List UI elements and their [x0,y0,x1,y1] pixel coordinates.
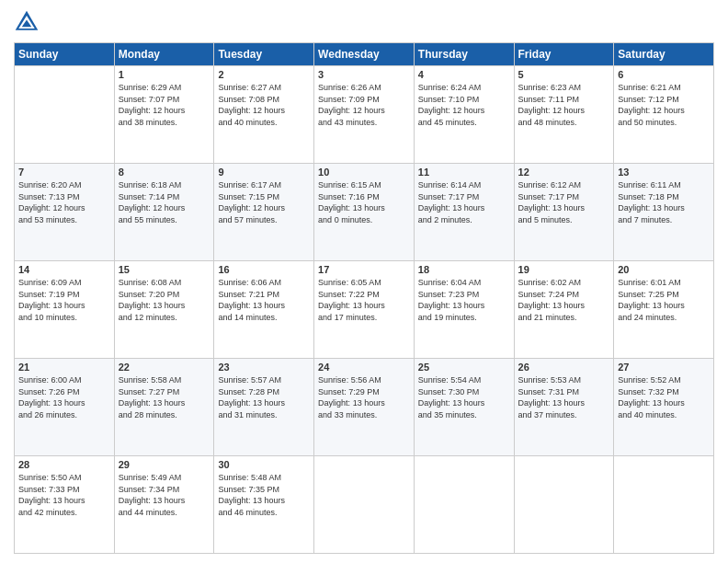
day-info: Sunrise: 6:11 AM Sunset: 7:18 PM Dayligh… [618,179,710,225]
day-info: Sunrise: 6:27 AM Sunset: 7:08 PM Dayligh… [218,82,310,128]
week-row-1: 1Sunrise: 6:29 AM Sunset: 7:07 PM Daylig… [15,66,714,164]
day-number: 21 [18,362,110,373]
day-number: 30 [218,459,310,470]
day-number: 28 [18,459,110,470]
day-info: Sunrise: 5:57 AM Sunset: 7:28 PM Dayligh… [218,374,310,420]
day-info: Sunrise: 6:21 AM Sunset: 7:12 PM Dayligh… [618,82,710,128]
calendar-cell: 8Sunrise: 6:18 AM Sunset: 7:14 PM Daylig… [114,164,214,261]
calendar-cell [614,456,714,554]
day-info: Sunrise: 6:04 AM Sunset: 7:23 PM Dayligh… [418,277,510,323]
calendar-cell: 9Sunrise: 6:17 AM Sunset: 7:15 PM Daylig… [214,164,314,261]
day-number: 7 [18,167,110,178]
week-row-5: 28Sunrise: 5:50 AM Sunset: 7:33 PM Dayli… [15,456,714,554]
weekday-header-thursday: Thursday [414,43,514,66]
calendar-cell: 5Sunrise: 6:23 AM Sunset: 7:11 PM Daylig… [514,66,614,164]
calendar-cell: 1Sunrise: 6:29 AM Sunset: 7:07 PM Daylig… [114,66,214,164]
day-number: 12 [518,167,610,178]
day-number: 17 [318,264,410,275]
day-number: 10 [318,167,410,178]
day-number: 22 [119,362,210,373]
weekday-header-row: SundayMondayTuesdayWednesdayThursdayFrid… [15,43,714,66]
week-row-4: 21Sunrise: 6:00 AM Sunset: 7:26 PM Dayli… [15,359,714,456]
calendar-cell: 4Sunrise: 6:24 AM Sunset: 7:10 PM Daylig… [414,66,514,164]
day-number: 9 [218,167,310,178]
day-info: Sunrise: 6:02 AM Sunset: 7:24 PM Dayligh… [518,277,610,323]
day-info: Sunrise: 6:26 AM Sunset: 7:09 PM Dayligh… [318,82,410,128]
day-info: Sunrise: 6:09 AM Sunset: 7:19 PM Dayligh… [18,277,110,323]
day-info: Sunrise: 6:12 AM Sunset: 7:17 PM Dayligh… [518,179,610,225]
day-number: 6 [618,69,710,80]
calendar-cell: 6Sunrise: 6:21 AM Sunset: 7:12 PM Daylig… [614,66,714,164]
day-info: Sunrise: 5:56 AM Sunset: 7:29 PM Dayligh… [318,374,410,420]
calendar-cell: 25Sunrise: 5:54 AM Sunset: 7:30 PM Dayli… [414,359,514,456]
day-number: 16 [218,264,310,275]
day-number: 2 [218,69,310,80]
day-number: 13 [618,167,710,178]
calendar-cell: 17Sunrise: 6:05 AM Sunset: 7:22 PM Dayli… [314,261,415,359]
day-info: Sunrise: 6:18 AM Sunset: 7:14 PM Dayligh… [119,179,210,225]
day-info: Sunrise: 6:15 AM Sunset: 7:16 PM Dayligh… [318,179,410,225]
logo [14,9,43,35]
weekday-header-saturday: Saturday [614,43,714,66]
day-info: Sunrise: 5:58 AM Sunset: 7:27 PM Dayligh… [119,374,210,420]
logo-icon [14,9,40,35]
day-number: 3 [318,69,410,80]
calendar-cell: 2Sunrise: 6:27 AM Sunset: 7:08 PM Daylig… [214,66,314,164]
day-info: Sunrise: 6:29 AM Sunset: 7:07 PM Dayligh… [119,82,210,128]
day-number: 4 [418,69,510,80]
day-info: Sunrise: 5:52 AM Sunset: 7:32 PM Dayligh… [618,374,710,420]
day-number: 18 [418,264,510,275]
day-info: Sunrise: 6:01 AM Sunset: 7:25 PM Dayligh… [618,277,710,323]
day-info: Sunrise: 5:49 AM Sunset: 7:34 PM Dayligh… [119,472,210,518]
calendar-cell: 27Sunrise: 5:52 AM Sunset: 7:32 PM Dayli… [614,359,714,456]
day-number: 20 [618,264,710,275]
calendar-cell: 3Sunrise: 6:26 AM Sunset: 7:09 PM Daylig… [314,66,415,164]
calendar-cell [514,456,614,554]
day-info: Sunrise: 6:06 AM Sunset: 7:21 PM Dayligh… [218,277,310,323]
day-info: Sunrise: 6:08 AM Sunset: 7:20 PM Dayligh… [119,277,210,323]
calendar-cell: 12Sunrise: 6:12 AM Sunset: 7:17 PM Dayli… [514,164,614,261]
day-number: 26 [518,362,610,373]
calendar-cell: 16Sunrise: 6:06 AM Sunset: 7:21 PM Dayli… [214,261,314,359]
calendar-cell: 15Sunrise: 6:08 AM Sunset: 7:20 PM Dayli… [114,261,214,359]
calendar-cell: 26Sunrise: 5:53 AM Sunset: 7:31 PM Dayli… [514,359,614,456]
weekday-header-friday: Friday [514,43,614,66]
calendar-cell: 18Sunrise: 6:04 AM Sunset: 7:23 PM Dayli… [414,261,514,359]
calendar-cell: 19Sunrise: 6:02 AM Sunset: 7:24 PM Dayli… [514,261,614,359]
weekday-header-sunday: Sunday [15,43,115,66]
day-number: 19 [518,264,610,275]
day-info: Sunrise: 6:17 AM Sunset: 7:15 PM Dayligh… [218,179,310,225]
day-info: Sunrise: 6:00 AM Sunset: 7:26 PM Dayligh… [18,374,110,420]
day-number: 14 [18,264,110,275]
calendar-cell: 13Sunrise: 6:11 AM Sunset: 7:18 PM Dayli… [614,164,714,261]
calendar-cell: 14Sunrise: 6:09 AM Sunset: 7:19 PM Dayli… [15,261,115,359]
day-number: 27 [618,362,710,373]
header [14,9,714,35]
calendar-cell: 7Sunrise: 6:20 AM Sunset: 7:13 PM Daylig… [15,164,115,261]
weekday-header-tuesday: Tuesday [214,43,314,66]
day-number: 11 [418,167,510,178]
page: SundayMondayTuesdayWednesdayThursdayFrid… [0,0,728,563]
calendar-cell: 11Sunrise: 6:14 AM Sunset: 7:17 PM Dayli… [414,164,514,261]
day-info: Sunrise: 6:23 AM Sunset: 7:11 PM Dayligh… [518,82,610,128]
day-info: Sunrise: 5:50 AM Sunset: 7:33 PM Dayligh… [18,472,110,518]
day-info: Sunrise: 6:05 AM Sunset: 7:22 PM Dayligh… [318,277,410,323]
day-number: 1 [119,69,210,80]
calendar-cell: 20Sunrise: 6:01 AM Sunset: 7:25 PM Dayli… [614,261,714,359]
day-number: 25 [418,362,510,373]
day-info: Sunrise: 6:14 AM Sunset: 7:17 PM Dayligh… [418,179,510,225]
day-number: 5 [518,69,610,80]
calendar-cell: 23Sunrise: 5:57 AM Sunset: 7:28 PM Dayli… [214,359,314,456]
calendar-cell: 24Sunrise: 5:56 AM Sunset: 7:29 PM Dayli… [314,359,415,456]
calendar-cell [414,456,514,554]
day-info: Sunrise: 6:24 AM Sunset: 7:10 PM Dayligh… [418,82,510,128]
day-info: Sunrise: 5:53 AM Sunset: 7:31 PM Dayligh… [518,374,610,420]
weekday-header-wednesday: Wednesday [314,43,415,66]
day-number: 24 [318,362,410,373]
calendar-table: SundayMondayTuesdayWednesdayThursdayFrid… [14,42,714,554]
day-number: 8 [119,167,210,178]
calendar-cell: 10Sunrise: 6:15 AM Sunset: 7:16 PM Dayli… [314,164,415,261]
week-row-3: 14Sunrise: 6:09 AM Sunset: 7:19 PM Dayli… [15,261,714,359]
calendar-cell: 30Sunrise: 5:48 AM Sunset: 7:35 PM Dayli… [214,456,314,554]
day-number: 15 [119,264,210,275]
